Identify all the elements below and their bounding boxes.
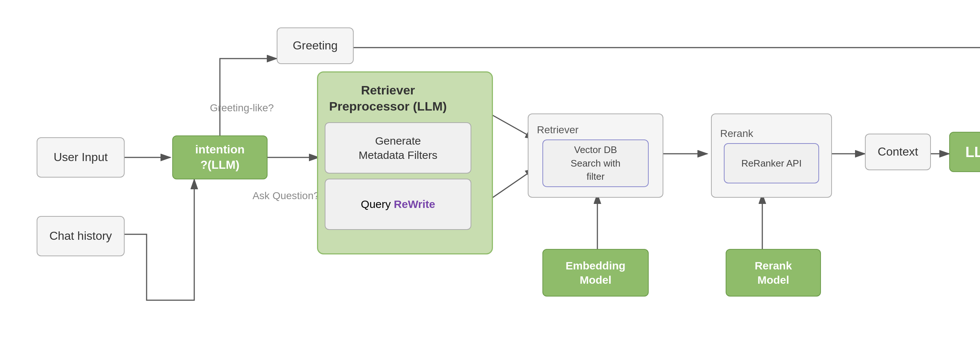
embedding-model-node: EmbeddingModel [542, 249, 649, 296]
reranker-api-node: ReRanker API [724, 143, 819, 184]
ask-question-text: Ask Question? [253, 190, 319, 202]
vector-db-node: Vector DBSearch withfilter [542, 139, 649, 187]
rerank-model-label: RerankModel [755, 258, 792, 287]
user-input-node: User Input [37, 137, 125, 177]
rerank-outer: Rerank ReRanker API [711, 114, 832, 198]
greeting-label: Greeting [293, 38, 338, 54]
intention-node: intention?(LLM) [172, 135, 267, 179]
rerank-title: Rerank [717, 128, 753, 139]
embedding-model-label: EmbeddingModel [565, 258, 625, 287]
preprocessor-title: RetrieverPreprocessor (LLM) [325, 79, 451, 117]
generate-metadata-label: GenerateMetadata Filters [358, 134, 437, 162]
retriever-title: Retriever [534, 124, 579, 136]
llm-label: LLM [965, 144, 980, 160]
query-rewrite-node: Query ReWrite [325, 179, 471, 230]
greeting-like-text: Greeting-like? [210, 102, 274, 114]
user-input-label: User Input [54, 150, 108, 165]
chat-history-label: Chat history [49, 228, 112, 244]
greeting-like-label: Greeting-like? [205, 99, 278, 117]
llm-node: LLM [949, 132, 980, 172]
rerank-model-node: RerankModel [725, 249, 821, 296]
intention-label: intention?(LLM) [195, 142, 245, 173]
query-rewrite-label: Query ReWrite [361, 198, 435, 211]
generate-metadata-node: GenerateMetadata Filters [325, 122, 471, 174]
preprocessor-outer: RetrieverPreprocessor (LLM) GenerateMeta… [317, 71, 493, 254]
context-node: Context [865, 134, 931, 170]
reranker-api-label: ReRanker API [741, 158, 802, 169]
context-label: Context [878, 144, 918, 160]
vector-db-label: Vector DBSearch withfilter [571, 143, 620, 183]
retriever-outer: Retriever Vector DBSearch withfilter [528, 114, 663, 198]
chat-history-node: Chat history [37, 216, 125, 256]
greeting-node: Greeting [277, 27, 354, 64]
ask-question-label: Ask Question? [249, 187, 323, 205]
